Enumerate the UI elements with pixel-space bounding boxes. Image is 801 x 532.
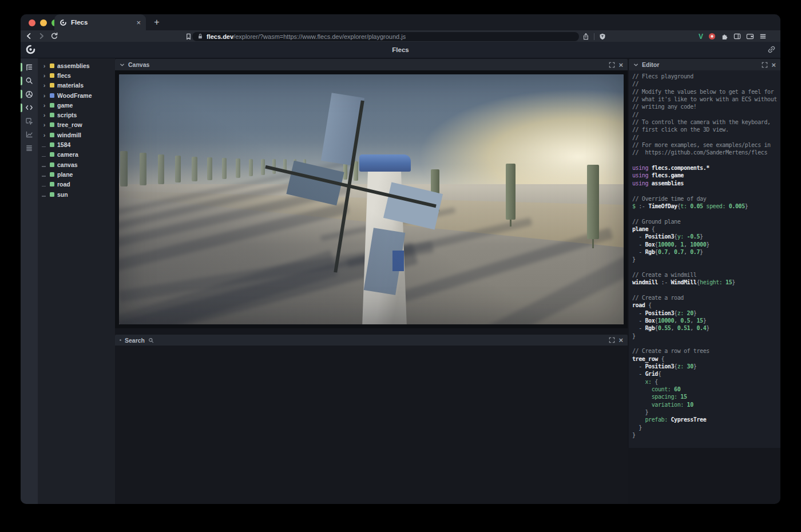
tree-item-game[interactable]: ›game [38,100,115,110]
canvas-panel-title: Canvas [128,61,149,68]
share-link-icon[interactable] [767,45,776,54]
wallet-icon[interactable] [746,33,754,40]
sidebar-tab-charts[interactable] [21,128,38,142]
tab-favicon-flecs-logo-icon [60,19,67,26]
extensions-puzzle-icon[interactable] [721,33,728,40]
search-collapse-dot-icon[interactable] [120,339,121,341]
menu-icon[interactable] [759,33,767,40]
tab-close-icon[interactable]: × [136,19,141,26]
url-path: /explorer/?wasm=https://www.flecs.dev/ex… [233,33,406,40]
minimize-window-button[interactable] [40,19,47,26]
code-line: // [632,111,780,118]
entity-kind-swatch [50,83,54,88]
fullscreen-icon[interactable] [609,62,615,68]
canvas-3d-view[interactable] [119,74,624,324]
code-line: count: 60 [632,386,780,393]
expand-chevron-icon[interactable]: › [42,112,47,118]
code-line: road { [632,301,780,309]
tree-item-scripts[interactable]: ›scripts [38,110,115,120]
canvas-panel-header[interactable]: Canvas × [115,59,628,70]
sidebar-tab-entity-tree[interactable] [21,61,38,74]
new-tab-button[interactable]: + [151,17,162,28]
entity-tree-icon [25,63,33,72]
tree-item-label: road [57,181,70,188]
fullscreen-icon[interactable] [609,337,615,343]
expand-chevron-icon[interactable]: › [42,72,47,79]
search-panel-body [115,346,628,504]
collapse-chevron-icon[interactable] [120,62,125,68]
sidebar-tab-search[interactable] [21,74,38,88]
sidebar-tab-code[interactable] [21,101,38,115]
expand-chevron-icon[interactable]: › [42,92,47,99]
editor-panel-header[interactable]: Editor × [629,59,780,70]
entity-kind-swatch [50,73,54,78]
close-icon[interactable]: × [618,336,623,344]
close-window-button[interactable] [29,19,35,26]
search-panel-header[interactable]: Search × [115,335,628,346]
code-editor[interactable]: // Flecs playground//// Modify the value… [629,70,780,448]
sidebar-tab-stats[interactable] [21,141,38,155]
tree-item-label: tree_row [57,121,82,128]
tree-item-1584[interactable]: 1584 [38,140,115,149]
browser-tab-flecs[interactable]: Flecs × [54,14,146,30]
code-line [632,157,780,164]
extension-red-icon[interactable] [708,33,716,40]
expand-chevron-icon[interactable]: › [42,132,47,138]
code-line: // Create a road [632,294,780,301]
tree-item-WoodFrame[interactable]: ›WoodFrame [38,90,115,100]
tree-item-flecs[interactable]: ›flecs [38,70,115,80]
forward-icon[interactable] [38,32,45,40]
expand-chevron-icon[interactable]: › [42,62,47,69]
tree-item-label: canvas [57,161,78,168]
code-line [632,264,780,271]
entity-kind-swatch [50,133,54,137]
fullscreen-icon[interactable] [762,62,768,68]
brave-shield-icon[interactable] [599,33,606,41]
code-line: // For more examples, see examples/plecs… [632,141,780,149]
leaf-dash-icon [42,181,47,188]
close-icon[interactable]: × [771,61,776,69]
tree-item-sun[interactable]: sun [38,189,115,199]
code-line: // Modify the values below to get a feel… [632,88,780,96]
tree-item-camera[interactable]: camera [38,150,115,160]
entity-kind-swatch [50,122,54,127]
tree-item-label: game [57,102,73,109]
sidebar-toggle-icon[interactable] [733,33,741,40]
entity-tree: ›assemblies›flecs›materials›WoodFrame›ga… [38,61,115,199]
expand-chevron-icon[interactable]: › [42,82,47,89]
collapse-chevron-icon[interactable] [633,62,639,68]
code-line: variation: 10 [632,401,780,408]
tree-item-windmill[interactable]: ›windmill [38,130,115,140]
code-line [632,210,780,217]
code-line: - Position3{z: 30} [632,363,780,370]
tree-item-road[interactable]: road [38,180,115,189]
reload-icon[interactable] [50,32,58,40]
sidebar-tab-entity-3d[interactable] [21,88,38,101]
search-icon [25,77,33,85]
code-line: // Override time of day [632,195,780,203]
tree-item-tree_row[interactable]: ›tree_row [38,120,115,130]
back-icon[interactable] [25,32,33,40]
tree-item-materials[interactable]: ›materials [38,81,115,90]
code-line: } [632,332,780,340]
bookmark-icon[interactable] [185,33,192,41]
tree-item-canvas[interactable]: canvas [38,160,115,169]
close-icon[interactable]: × [618,61,623,69]
expand-chevron-icon[interactable]: › [42,102,47,109]
tree-item-plane[interactable]: plane [38,169,115,179]
entity-kind-swatch [50,63,54,68]
code-line: - Position3{z: 20} [632,309,780,317]
vue-devtools-icon[interactable]: V [699,33,703,41]
share-icon[interactable] [582,33,589,41]
code-line: tree_row { [632,355,780,363]
url-bar[interactable]: flecs.dev/explorer/?wasm=https://www.fle… [192,32,579,41]
expand-chevron-icon[interactable]: › [42,121,47,128]
code-line: } [632,424,780,431]
search-magnifier-icon [148,338,154,343]
tree-item-assemblies[interactable]: ›assemblies [38,61,115,70]
code-line: // first click on the 3D view. [632,126,780,133]
sidebar-tab-picker[interactable] [21,114,38,128]
entity-kind-swatch [50,172,54,177]
tree-item-label: flecs [57,72,71,79]
entity-kind-swatch [50,113,54,117]
